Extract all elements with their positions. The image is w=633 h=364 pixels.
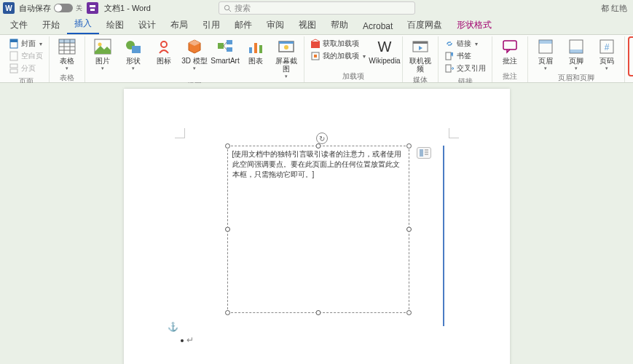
smartart-button[interactable]: SmartArt	[211, 36, 240, 66]
document-area[interactable]: ↻ [使用文档中的独特引言吸引读者的注意力，或者使用此空间强调要点。要在此页面上…	[0, 83, 633, 364]
picture-icon	[94, 38, 111, 55]
pictures-button[interactable]: 图片▾	[88, 36, 117, 72]
layout-options-button[interactable]	[417, 147, 431, 159]
resize-handle[interactable]	[225, 310, 230, 315]
svg-rect-1	[90, 5, 95, 7]
tab-help[interactable]: 帮助	[323, 16, 355, 34]
cover-page-button[interactable]: 封面▾	[7, 38, 44, 50]
svg-line-26	[224, 46, 227, 50]
svg-rect-45	[570, 50, 583, 53]
svg-rect-28	[254, 43, 257, 53]
page-break-button[interactable]: 分页	[7, 63, 44, 74]
resize-handle[interactable]	[225, 227, 230, 232]
svg-point-32	[284, 45, 288, 50]
group-label-tables: 表格	[60, 72, 74, 84]
shapes-button[interactable]: 形状▾	[119, 36, 148, 72]
chevron-down-icon: ▾	[101, 66, 104, 71]
table-button[interactable]: 表格▾	[52, 36, 82, 72]
tab-baidu[interactable]: 百度网盘	[400, 16, 449, 34]
autosave-toggle[interactable]: 自动保存 关	[19, 3, 82, 14]
blank-page-button[interactable]: 空白页	[7, 50, 44, 62]
tab-layout[interactable]: 布局	[163, 16, 195, 34]
table-icon	[58, 38, 76, 55]
svg-rect-39	[446, 52, 451, 60]
tab-references[interactable]: 引用	[195, 16, 227, 34]
svg-rect-9	[10, 69, 17, 73]
chevron-down-icon: ▾	[193, 66, 196, 71]
search-input[interactable]: 搜索	[219, 1, 415, 15]
svg-rect-23	[227, 40, 232, 44]
svg-point-18	[98, 43, 102, 47]
autosave-state: 关	[76, 4, 82, 13]
svg-rect-40	[446, 65, 451, 72]
resize-handle[interactable]	[406, 143, 412, 149]
get-addins-button[interactable]: 获取加载项	[309, 38, 367, 50]
footer-button[interactable]: 页脚▾	[562, 36, 591, 72]
search-icon	[224, 4, 232, 12]
video-icon	[412, 38, 429, 55]
chart-button[interactable]: 图表	[241, 36, 270, 66]
highlight-annotation: A文本框▾	[628, 36, 633, 76]
online-video-button[interactable]: 联机视频	[406, 36, 435, 74]
tab-review[interactable]: 审阅	[259, 16, 291, 34]
tab-shape-format[interactable]: 形状格式	[449, 16, 499, 34]
group-comments: 批注 批注	[492, 36, 528, 82]
save-button[interactable]	[87, 2, 98, 14]
wikipedia-button[interactable]: WWikipedia	[370, 36, 399, 66]
my-addins-button[interactable]: 我的加载项▾	[309, 50, 367, 62]
icons-icon	[155, 38, 173, 55]
chevron-down-icon: ▾	[475, 41, 478, 47]
header-button[interactable]: 页眉▾	[531, 36, 560, 72]
tab-file[interactable]: 文件	[3, 16, 35, 34]
resize-handle[interactable]	[315, 310, 321, 315]
textbox-button[interactable]: A文本框▾	[630, 39, 633, 74]
tab-acrobat[interactable]: Acrobat	[355, 18, 400, 34]
resize-handle[interactable]	[406, 227, 412, 232]
svg-rect-24	[227, 47, 232, 52]
header-icon	[537, 38, 554, 55]
textbox-content[interactable]: [使用文档中的独特引言吸引读者的注意力，或者使用此空间强调要点。要在此页面上的任…	[232, 149, 404, 180]
autosave-label: 自动保存	[19, 3, 51, 14]
bookmark-button[interactable]: 书签	[443, 50, 487, 62]
resize-handle[interactable]	[225, 143, 230, 149]
svg-text:W: W	[378, 39, 392, 55]
text-box[interactable]: [使用文档中的独特引言吸引读者的注意力，或者使用此空间强调要点。要在此页面上的任…	[227, 146, 409, 313]
word-app-icon: W	[3, 2, 15, 14]
smartart-icon	[216, 38, 234, 55]
addins-icon	[310, 51, 321, 61]
screenshot-icon	[278, 38, 295, 55]
page-number-button[interactable]: #页码▾	[592, 36, 621, 72]
screenshot-button[interactable]: 屏幕截图▾	[272, 36, 301, 80]
svg-line-4	[229, 9, 231, 12]
tab-draw[interactable]: 绘图	[99, 16, 131, 34]
chevron-down-icon: ▾	[363, 53, 366, 60]
icons-button[interactable]: 图标	[149, 36, 178, 66]
tab-mailings[interactable]: 邮件	[227, 16, 259, 34]
group-illustrations: 图片▾ 形状▾ 图标 3D 模型▾ SmartArt 图表 屏幕截图▾ 插图	[85, 36, 304, 82]
autosave-switch-icon[interactable]	[54, 4, 73, 12]
chevron-down-icon: ▾	[544, 66, 547, 71]
cross-reference-button[interactable]: 交叉引用	[443, 63, 487, 74]
tab-view[interactable]: 视图	[291, 16, 323, 34]
tab-home[interactable]: 开始	[35, 16, 67, 34]
comment-button[interactable]: 批注	[495, 36, 524, 66]
svg-rect-43	[539, 40, 552, 44]
anchor-icon[interactable]: ⚓	[168, 322, 178, 332]
svg-text:#: #	[605, 42, 610, 52]
rotation-handle[interactable]: ↻	[316, 132, 328, 144]
group-addins: 获取加载项 我的加载项▾ WWikipedia 加载项	[304, 36, 403, 82]
tab-insert[interactable]: 插入	[67, 15, 99, 34]
svg-point-21	[161, 41, 167, 47]
link-button[interactable]: 链接▾	[443, 38, 487, 50]
user-name: 都 红艳	[601, 3, 627, 14]
tab-design[interactable]: 设计	[131, 16, 163, 34]
cover-page-icon	[9, 39, 19, 49]
svg-rect-8	[10, 64, 17, 68]
resize-handle[interactable]	[406, 310, 412, 315]
title-bar: W 自动保存 关 文档1 - Word 搜索 都 红艳	[0, 0, 633, 16]
resize-handle[interactable]	[315, 143, 321, 149]
chart-icon	[247, 38, 264, 55]
page[interactable]: ↻ [使用文档中的独特引言吸引读者的注意力，或者使用此空间强调要点。要在此页面上…	[124, 89, 510, 364]
paragraph-mark-icon: ↵	[186, 335, 194, 345]
3d-models-button[interactable]: 3D 模型▾	[180, 36, 209, 72]
